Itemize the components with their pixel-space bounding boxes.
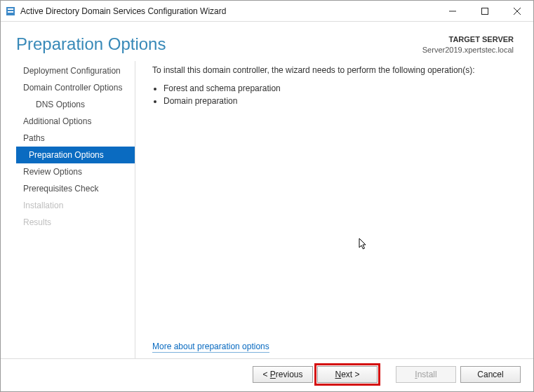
target-server-info: TARGET SERVER Server2019.xpertstec.local bbox=[422, 34, 514, 55]
close-button[interactable] bbox=[501, 1, 533, 21]
intro-text: To install this domain controller, the w… bbox=[152, 65, 515, 75]
maximize-button[interactable] bbox=[469, 1, 501, 21]
previous-button[interactable]: < Previous bbox=[253, 366, 313, 383]
svg-rect-1 bbox=[8, 8, 13, 10]
install-button: Install bbox=[396, 366, 456, 383]
sidebar-item-installation: Installation bbox=[16, 197, 135, 214]
more-about-preparation-link[interactable]: More about preparation options bbox=[152, 342, 269, 353]
wizard-header: Preparation Options TARGET SERVER Server… bbox=[1, 22, 533, 61]
list-item: Domain preparation bbox=[163, 95, 515, 107]
wizard-footer: < Previous Next > Install Cancel bbox=[1, 358, 533, 391]
svg-rect-4 bbox=[482, 8, 488, 14]
sidebar-item-paths[interactable]: Paths bbox=[16, 130, 135, 147]
help-link-row: More about preparation options bbox=[152, 342, 515, 351]
sidebar-item-deployment-configuration[interactable]: Deployment Configuration bbox=[16, 62, 135, 79]
main-panel: To install this domain controller, the w… bbox=[135, 61, 518, 358]
target-server-value: Server2019.xpertstec.local bbox=[422, 45, 514, 55]
operations-list: Forest and schema preparation Domain pre… bbox=[152, 82, 515, 107]
app-icon bbox=[5, 6, 16, 17]
sidebar-item-review-options[interactable]: Review Options bbox=[16, 163, 135, 180]
window-title: Active Directory Domain Services Configu… bbox=[20, 6, 436, 16]
window-controls bbox=[436, 1, 533, 21]
titlebar: Active Directory Domain Services Configu… bbox=[1, 1, 533, 22]
sidebar-item-additional-options[interactable]: Additional Options bbox=[16, 113, 135, 130]
sidebar-item-results: Results bbox=[16, 214, 135, 231]
target-server-label: TARGET SERVER bbox=[422, 34, 514, 45]
wizard-window: Active Directory Domain Services Configu… bbox=[0, 0, 534, 392]
list-item: Forest and schema preparation bbox=[163, 82, 515, 95]
wizard-body: Deployment Configuration Domain Controll… bbox=[1, 61, 533, 358]
page-title: Preparation Options bbox=[16, 34, 166, 55]
cursor-icon bbox=[359, 238, 368, 252]
sidebar-item-domain-controller-options[interactable]: Domain Controller Options bbox=[16, 79, 135, 96]
cancel-button[interactable]: Cancel bbox=[460, 366, 521, 383]
next-button[interactable]: Next > bbox=[317, 366, 378, 383]
sidebar-item-prerequisites-check[interactable]: Prerequisites Check bbox=[16, 180, 135, 197]
sidebar-item-dns-options[interactable]: DNS Options bbox=[16, 96, 135, 113]
svg-rect-2 bbox=[8, 11, 13, 13]
sidebar: Deployment Configuration Domain Controll… bbox=[16, 61, 135, 358]
minimize-button[interactable] bbox=[436, 1, 469, 21]
sidebar-item-preparation-options[interactable]: Preparation Options bbox=[16, 147, 135, 163]
